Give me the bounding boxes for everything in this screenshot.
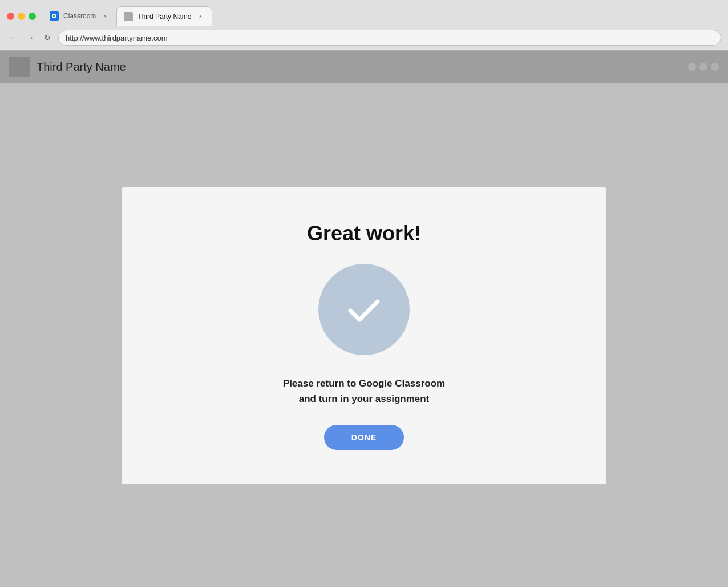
address-bar-row: ← → ↻ — [0, 26, 728, 50]
success-message: Please return to Google Classroom and tu… — [283, 376, 445, 407]
header-dots — [688, 63, 719, 71]
forward-button[interactable]: → — [24, 31, 37, 44]
address-bar[interactable] — [58, 30, 721, 46]
traffic-lights — [7, 13, 36, 20]
maximize-traffic-light[interactable] — [29, 13, 36, 20]
checkmark-icon — [341, 287, 387, 332]
back-button[interactable]: ← — [7, 31, 19, 44]
third-party-favicon — [124, 12, 133, 21]
svg-rect-2 — [53, 15, 55, 17]
app-header-left: Third Party Name — [9, 57, 126, 77]
app-header: Third Party Name — [0, 51, 728, 83]
classroom-favicon — [50, 11, 59, 21]
close-traffic-light[interactable] — [7, 13, 14, 20]
tabs-container: Classroom × Third Party Name × — [43, 6, 721, 26]
header-dot-3 — [711, 63, 719, 71]
svg-rect-3 — [126, 14, 131, 19]
header-dot-1 — [688, 63, 696, 71]
header-dot-2 — [699, 63, 707, 71]
tab-classroom[interactable]: Classroom × — [43, 6, 116, 26]
title-bar: Classroom × Third Party Name × — [0, 0, 728, 26]
page-background: Great work! Please return to Google Clas… — [0, 83, 728, 587]
app-title: Third Party Name — [37, 61, 126, 74]
browser-chrome: Classroom × Third Party Name × ← → ↻ — [0, 0, 728, 51]
third-party-tab-close[interactable]: × — [196, 12, 205, 21]
app-logo — [9, 57, 30, 77]
success-title: Great work! — [307, 222, 421, 246]
refresh-button[interactable]: ↻ — [41, 31, 54, 44]
classroom-tab-close[interactable]: × — [100, 11, 110, 21]
third-party-tab-label: Third Party Name — [137, 13, 191, 21]
done-button[interactable]: DONE — [324, 425, 404, 450]
success-icon-circle — [318, 264, 410, 355]
tab-third-party[interactable]: Third Party Name × — [116, 6, 212, 26]
success-card: Great work! Please return to Google Clas… — [122, 187, 606, 484]
classroom-tab-label: Classroom — [63, 12, 96, 20]
minimize-traffic-light[interactable] — [18, 13, 25, 20]
